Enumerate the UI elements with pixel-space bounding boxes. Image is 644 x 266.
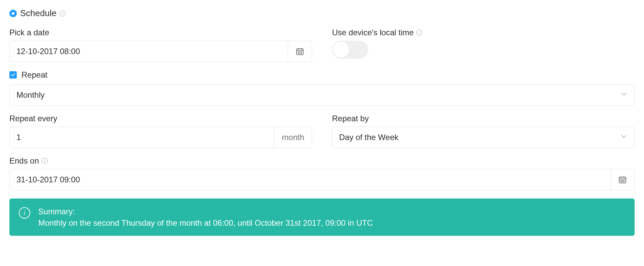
radio-inner xyxy=(12,12,14,15)
svg-point-19 xyxy=(624,181,624,182)
svg-point-8 xyxy=(300,53,300,53)
chevron-down-icon xyxy=(620,90,628,100)
info-icon: i xyxy=(19,207,30,219)
local-time-label: Use device's local time xyxy=(332,28,414,37)
ends-on-group xyxy=(9,169,635,190)
repeat-by-value: Day of the Week xyxy=(339,133,398,142)
svg-point-7 xyxy=(298,53,299,53)
repeat-every-group: month xyxy=(9,127,312,148)
repeat-checkbox[interactable] xyxy=(9,71,17,79)
repeat-every-input[interactable] xyxy=(10,127,274,148)
pick-date-label: Pick a date xyxy=(9,28,312,37)
pick-date-group xyxy=(9,41,312,62)
info-icon[interactable]: i xyxy=(42,158,48,164)
info-icon[interactable]: i xyxy=(416,30,422,36)
repeat-label: Repeat xyxy=(21,70,47,80)
repeat-every-unit: month xyxy=(274,127,312,148)
ends-on-label: Ends on xyxy=(9,156,39,166)
schedule-radio[interactable] xyxy=(9,10,17,17)
svg-point-16 xyxy=(624,180,624,181)
calendar-icon[interactable] xyxy=(288,41,312,62)
repeat-by-select[interactable]: Day of the Week xyxy=(332,127,635,148)
svg-point-14 xyxy=(621,180,621,181)
repeat-by-label: Repeat by xyxy=(332,114,635,123)
svg-point-15 xyxy=(622,180,623,181)
svg-point-5 xyxy=(300,52,300,52)
calendar-icon[interactable] xyxy=(610,169,634,190)
info-icon[interactable]: i xyxy=(60,10,66,16)
svg-point-9 xyxy=(301,53,302,53)
repeat-every-label: Repeat every xyxy=(9,114,312,123)
summary-text: Monthly on the second Thursday of the mo… xyxy=(38,218,373,227)
repeat-interval-value: Monthly xyxy=(16,90,45,100)
repeat-interval-select[interactable]: Monthly xyxy=(9,84,635,106)
local-time-toggle[interactable] xyxy=(332,41,368,59)
svg-point-4 xyxy=(298,52,299,52)
schedule-title: Schedule xyxy=(20,8,56,18)
ends-on-input[interactable] xyxy=(10,169,610,190)
chevron-down-icon xyxy=(620,132,628,143)
svg-point-6 xyxy=(301,52,302,52)
pick-date-input[interactable] xyxy=(10,41,288,62)
summary-title: Summary: xyxy=(38,206,373,217)
summary-banner: i Summary: Monthly on the second Thursda… xyxy=(9,198,635,236)
toggle-knob xyxy=(333,42,349,58)
svg-point-17 xyxy=(621,181,621,182)
svg-point-18 xyxy=(622,181,623,182)
